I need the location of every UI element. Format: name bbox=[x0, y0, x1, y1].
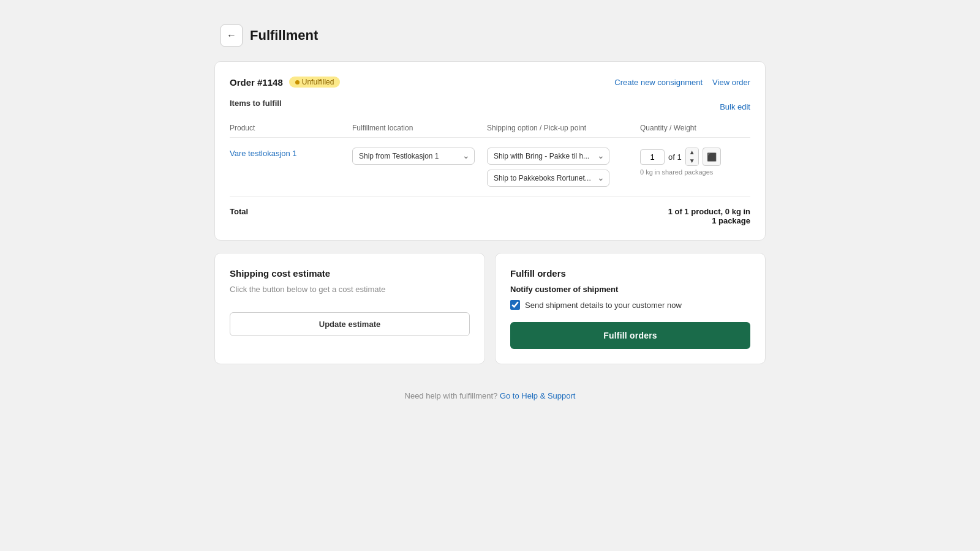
notify-checkbox-label: Send shipment details to your customer n… bbox=[525, 301, 682, 310]
location-select[interactable]: Ship from Testlokasjon 1 bbox=[352, 148, 475, 165]
col-shipping: Shipping option / Pick-up point bbox=[487, 124, 640, 132]
qty-icon-button[interactable]: ⬛ bbox=[703, 148, 721, 166]
package-icon: ⬛ bbox=[707, 152, 717, 162]
total-label: Total bbox=[230, 207, 248, 216]
notify-checkbox-row: Send shipment details to your customer n… bbox=[510, 300, 750, 310]
view-order-link[interactable]: View order bbox=[712, 78, 750, 87]
back-button[interactable]: ← bbox=[221, 24, 243, 47]
shipping-option-select[interactable]: Ship with Bring - Pakke til h... bbox=[487, 148, 609, 165]
create-consignment-link[interactable]: Create new consignment bbox=[614, 78, 703, 87]
order-header: Order #1148 Unfulfilled Create new consi… bbox=[230, 77, 750, 88]
col-quantity: Quantity / Weight bbox=[640, 124, 750, 132]
footer-text: Need help with fulfillment? bbox=[405, 391, 498, 400]
quantity-input[interactable] bbox=[640, 149, 665, 165]
bottom-cards: Shipping cost estimate Click the button … bbox=[214, 253, 766, 377]
fulfill-orders-button[interactable]: Fulfill orders bbox=[510, 322, 750, 349]
pickup-point-select[interactable]: Ship to Pakkeboks Rortunet... bbox=[487, 170, 609, 187]
shipping-selects: Ship with Bring - Pakke til h... Ship to… bbox=[487, 148, 640, 187]
badge-dot-icon bbox=[295, 80, 300, 84]
pickup-point-select-wrap[interactable]: Ship to Pakkeboks Rortunet... bbox=[487, 170, 609, 187]
status-badge: Unfulfilled bbox=[289, 77, 341, 88]
qty-down-button[interactable]: ▼ bbox=[686, 157, 698, 165]
order-number: Order #1148 bbox=[230, 77, 283, 88]
notify-customer-label: Notify customer of shipment bbox=[510, 285, 750, 294]
items-to-fulfill-label: Items to fulfill bbox=[230, 99, 282, 108]
update-estimate-button[interactable]: Update estimate bbox=[230, 312, 470, 336]
kg-note: 0 kg in shared packages bbox=[640, 168, 750, 176]
bulk-edit-link[interactable]: Bulk edit bbox=[720, 102, 750, 111]
table-header: Product Fulfillment location Shipping op… bbox=[230, 124, 750, 138]
fulfill-orders-card: Fulfill orders Notify customer of shipme… bbox=[495, 253, 766, 364]
shipping-estimate-title: Shipping cost estimate bbox=[230, 268, 470, 279]
table-row: Vare testlokasjon 1 Ship from Testlokasj… bbox=[230, 148, 750, 197]
footer: Need help with fulfillment? Go to Help &… bbox=[214, 391, 766, 425]
total-value: 1 of 1 product, 0 kg in 1 package bbox=[668, 207, 750, 225]
shipping-estimate-card: Shipping cost estimate Click the button … bbox=[214, 253, 485, 364]
shipping-estimate-desc: Click the button below to get a cost est… bbox=[230, 285, 470, 294]
notify-checkbox[interactable] bbox=[510, 300, 520, 310]
total-row: Total 1 of 1 product, 0 kg in 1 package bbox=[230, 197, 750, 225]
fulfill-orders-title: Fulfill orders bbox=[510, 268, 750, 279]
qty-up-button[interactable]: ▲ bbox=[686, 148, 698, 157]
back-arrow-icon: ← bbox=[227, 30, 236, 41]
col-product: Product bbox=[230, 124, 352, 132]
location-select-wrap[interactable]: Ship from Testlokasjon 1 bbox=[352, 148, 475, 165]
qty-of-label: of 1 bbox=[668, 152, 682, 162]
quantity-column: of 1 ▲ ▼ ⬛ 0 kg in shared packages bbox=[640, 148, 750, 176]
order-card: Order #1148 Unfulfilled Create new consi… bbox=[214, 61, 766, 241]
qty-stepper[interactable]: ▲ ▼ bbox=[685, 148, 699, 166]
page-title: Fulfillment bbox=[250, 28, 318, 43]
help-support-link[interactable]: Go to Help & Support bbox=[500, 391, 576, 400]
shipping-option-select-wrap[interactable]: Ship with Bring - Pakke til h... bbox=[487, 148, 609, 165]
col-location: Fulfillment location bbox=[352, 124, 487, 132]
product-link[interactable]: Vare testlokasjon 1 bbox=[230, 145, 297, 158]
